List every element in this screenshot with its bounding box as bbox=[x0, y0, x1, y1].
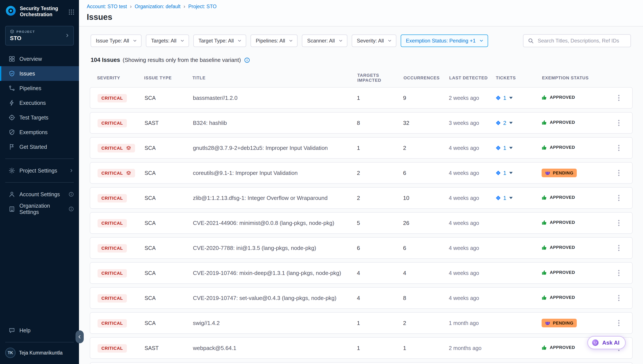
severity-badge: CRITICAL bbox=[98, 294, 127, 302]
table-row[interactable]: CRITICAL SAST B324: hashlib 8 32 3 weeks… bbox=[90, 112, 633, 134]
filter-severity[interactable]: Severity: All bbox=[352, 34, 396, 47]
ticket-link[interactable]: 2 bbox=[495, 120, 542, 126]
issue-title[interactable]: zlib@1:1.2.13.dfsg-1: Integer Overflow o… bbox=[193, 195, 357, 202]
row-menu-button[interactable] bbox=[613, 288, 625, 308]
issue-title[interactable]: CVE-2019-10746: mixin-deep@1.3.1 (lang-p… bbox=[193, 270, 357, 276]
sidebar-item-pipelines[interactable]: Pipelines bbox=[0, 81, 79, 96]
sidebar-item-account-settings[interactable]: Account Settings bbox=[0, 187, 79, 202]
ask-ai-button[interactable]: Ask AI bbox=[587, 336, 626, 349]
sidebar: Security Testing Orchestration PROJECT S… bbox=[0, 0, 79, 364]
breadcrumb-project[interactable]: Project: STO bbox=[188, 4, 216, 10]
thumbs-up-icon bbox=[542, 220, 547, 225]
user-profile[interactable]: TK Teja Kummarikuntla bbox=[0, 343, 79, 364]
table-row[interactable]: CRITICAL SCA coreutils@9.1-1: Improper I… bbox=[90, 162, 633, 184]
table-row[interactable]: CRITICAL SCA swig//1.4.2 1 2 1 month ago… bbox=[90, 312, 633, 334]
thumbs-up-icon bbox=[542, 270, 547, 275]
table-row[interactable]: CRITICAL SAST django@1.2 1 22 2 months a… bbox=[90, 362, 633, 364]
table-row[interactable]: CRITICAL SCA CVE-2019-10746: mixin-deep@… bbox=[90, 262, 633, 284]
ticket-link[interactable]: 1 bbox=[495, 145, 542, 152]
occurrences-value: 8 bbox=[403, 295, 449, 302]
apps-grid-button[interactable] bbox=[68, 8, 75, 15]
targets-impacted-value: 5 bbox=[357, 220, 403, 226]
sidebar-item-exemptions[interactable]: Exemptions bbox=[0, 125, 79, 140]
filter-scanner[interactable]: Scanner: All bbox=[302, 34, 347, 47]
issue-title[interactable]: bassmaster//1.2.0 bbox=[193, 95, 357, 101]
sidebar-item-organization-settings[interactable]: Organization Settings bbox=[0, 202, 79, 216]
ticket-link[interactable]: 1 bbox=[495, 170, 542, 176]
project-selector[interactable]: PROJECT STO bbox=[5, 26, 74, 46]
row-menu-button[interactable] bbox=[613, 263, 625, 283]
chevron-down-icon bbox=[479, 38, 484, 43]
sidebar-item-help[interactable]: Help bbox=[0, 323, 79, 338]
breadcrumb-account[interactable]: Account: STO test bbox=[87, 4, 127, 10]
search-box[interactable] bbox=[523, 34, 631, 47]
table-row[interactable]: CRITICAL SCA zlib@1:1.2.13.dfsg-1: Integ… bbox=[90, 187, 633, 209]
issue-title[interactable]: CVE-2021-44906: minimist@0.0.8 (lang-pkg… bbox=[193, 220, 357, 226]
last-detected-value: 4 weeks ago bbox=[449, 270, 495, 276]
issue-title[interactable]: CVE-2020-7788: ini@1.3.5 (lang-pkgs, nod… bbox=[193, 245, 357, 252]
chevron-down-icon bbox=[237, 38, 242, 43]
row-menu-button[interactable] bbox=[613, 238, 625, 258]
severity-badge: CRITICAL bbox=[98, 219, 127, 228]
target-icon bbox=[9, 114, 15, 121]
sidebar-item-test-targets[interactable]: Test Targets bbox=[0, 110, 79, 125]
last-detected-value: 1 month ago bbox=[449, 320, 495, 326]
col-title: TITLE bbox=[193, 76, 357, 80]
row-menu-button[interactable] bbox=[613, 313, 625, 334]
filter-target-type[interactable]: Target Type: All bbox=[193, 34, 246, 47]
sidebar-item-label: Account Settings bbox=[20, 191, 60, 198]
table-row[interactable]: CRITICAL SAST webpack@5.64.1 1 1 2 month… bbox=[90, 337, 633, 359]
jira-icon bbox=[495, 195, 501, 201]
sidebar-item-get-started[interactable]: Get Started bbox=[0, 140, 79, 154]
help-chat-icon bbox=[9, 327, 15, 334]
occurrences-value: 6 bbox=[403, 170, 449, 176]
sidebar-item-project-settings[interactable]: Project Settings bbox=[0, 163, 79, 178]
ticket-count: 1 bbox=[503, 95, 506, 101]
page-header: Account: STO test › Organization: defaul… bbox=[79, 0, 643, 26]
issue-type: SCA bbox=[145, 220, 193, 226]
filter-targets[interactable]: Targets: All bbox=[146, 34, 189, 47]
search-icon bbox=[528, 38, 534, 44]
row-menu-button[interactable] bbox=[613, 162, 625, 183]
jira-icon bbox=[495, 145, 501, 151]
issues-table-body: CRITICAL SCA bassmaster//1.2.0 1 9 2 wee… bbox=[90, 87, 633, 364]
row-menu-button[interactable] bbox=[613, 138, 625, 158]
sidebar-item-overview[interactable]: Overview bbox=[0, 52, 79, 66]
issue-title[interactable]: swig//1.4.2 bbox=[193, 320, 357, 326]
row-menu-button[interactable] bbox=[613, 88, 625, 108]
col-targets-impacted: TARGETS IMPACTED bbox=[357, 73, 403, 83]
issue-title[interactable]: coreutils@9.1-1: Improper Input Validati… bbox=[193, 170, 357, 176]
filter-pipelines[interactable]: Pipelines: All bbox=[251, 34, 298, 47]
table-row[interactable]: CRITICAL SCA CVE-2021-44906: minimist@0.… bbox=[90, 212, 633, 234]
issue-title[interactable]: B324: hashlib bbox=[193, 120, 357, 126]
row-menu-button[interactable] bbox=[613, 212, 625, 233]
issue-type: SCA bbox=[145, 295, 193, 301]
sidebar-item-executions[interactable]: Executions bbox=[0, 96, 79, 110]
ticket-link[interactable]: 1 bbox=[495, 95, 542, 101]
results-count: 104 Issues bbox=[91, 57, 120, 64]
ticket-link[interactable]: 1 bbox=[495, 195, 542, 202]
row-menu-button[interactable] bbox=[613, 112, 625, 133]
last-detected-value: 4 weeks ago bbox=[449, 295, 495, 301]
issue-title[interactable]: gnutls28@3.7.9-2+deb12u5: Improper Input… bbox=[193, 145, 357, 152]
sidebar-collapse-handle[interactable] bbox=[76, 330, 84, 343]
sidebar-item-issues[interactable]: Issues bbox=[0, 66, 79, 81]
info-icon[interactable] bbox=[244, 57, 250, 63]
issue-type: SCA bbox=[145, 245, 193, 251]
filter-exemption-status[interactable]: Exemption Status: Pending +1 bbox=[401, 34, 488, 47]
sidebar-header: Security Testing Orchestration bbox=[0, 0, 79, 22]
severity-badge: CRITICAL bbox=[98, 269, 127, 278]
filter-issue-type[interactable]: Issue Type: All bbox=[91, 34, 142, 47]
issue-title[interactable]: CVE-2019-10747: set-value@0.4.3 (lang-pk… bbox=[193, 295, 357, 302]
search-input[interactable] bbox=[537, 37, 626, 44]
table-row[interactable]: CRITICAL SCA CVE-2020-7788: ini@1.3.5 (l… bbox=[90, 237, 633, 259]
table-row[interactable]: CRITICAL SCA gnutls28@3.7.9-2+deb12u5: I… bbox=[90, 137, 633, 159]
breadcrumb-organization[interactable]: Organization: default bbox=[135, 4, 180, 10]
sidebar-item-label: Organization Settings bbox=[20, 203, 64, 215]
issue-title[interactable]: webpack@5.64.1 bbox=[193, 345, 357, 352]
row-menu-button[interactable] bbox=[613, 188, 625, 208]
table-row[interactable]: CRITICAL SCA bassmaster//1.2.0 1 9 2 wee… bbox=[90, 87, 633, 109]
chevron-right-icon bbox=[65, 32, 70, 40]
table-row[interactable]: CRITICAL SCA CVE-2019-10747: set-value@0… bbox=[90, 287, 633, 309]
row-menu-button[interactable] bbox=[613, 363, 625, 364]
